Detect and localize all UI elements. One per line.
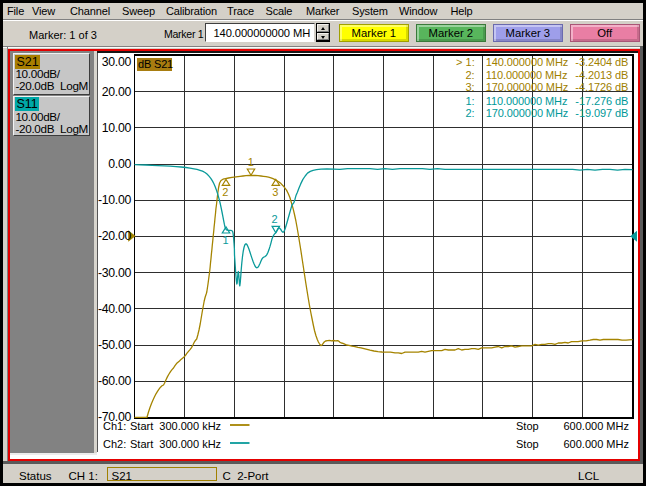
svg-text:2: 2	[222, 186, 228, 198]
svg-text:1: 1	[223, 234, 229, 246]
svg-text:1: 1	[248, 156, 254, 168]
svg-text:2: 2	[272, 213, 278, 225]
svg-text:3: 3	[272, 186, 278, 198]
